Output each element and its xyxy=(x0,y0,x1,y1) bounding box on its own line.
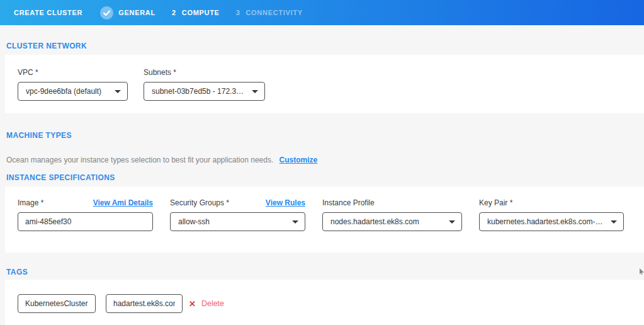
instance-profile-field: Instance Profile nodes.hadartest.ek8s.co… xyxy=(322,198,462,253)
tag-value-input[interactable] xyxy=(106,294,183,313)
step-label: CONNECTIVITY xyxy=(246,9,302,16)
step-label: GENERAL xyxy=(118,9,155,16)
check-icon xyxy=(100,6,113,20)
image-label: Image * xyxy=(18,198,43,208)
subnets-select[interactable]: subnet-03b7ed5b - 172.31.0.0/20 ... xyxy=(144,82,265,101)
vpc-select[interactable]: vpc-9dee6bfa (default) xyxy=(18,82,128,101)
chevron-down-icon xyxy=(611,220,617,224)
delete-tag-button[interactable]: ✕ Delete xyxy=(189,294,224,313)
security-groups-label: Security Groups * xyxy=(170,198,229,208)
key-pair-select[interactable]: kubernetes.hadartest.ek8s.com-39:84:a5:9… xyxy=(479,212,624,231)
customize-link[interactable]: Customize xyxy=(280,156,318,164)
image-input[interactable] xyxy=(18,212,153,231)
instance-profile-select-value: nodes.hadartest.ek8s.com xyxy=(330,217,444,226)
chevron-down-icon xyxy=(252,90,258,93)
x-icon: ✕ xyxy=(189,300,196,308)
wizard-header: CREATE CLUSTER GENERAL 2 COMPUTE 3 CONNE… xyxy=(0,0,644,25)
tab-general[interactable]: GENERAL xyxy=(100,6,155,20)
delete-label: Delete xyxy=(201,299,224,308)
instance-specifications-panel: Image * View Ami Details Security Groups… xyxy=(5,186,644,253)
chevron-down-icon xyxy=(292,220,298,224)
tags-panel: ✕ Delete xyxy=(5,280,644,325)
key-pair-select-value: kubernetes.hadartest.ek8s.com-39:84:a5:9… xyxy=(487,217,606,226)
tab-compute[interactable]: 2 COMPUTE xyxy=(172,9,220,16)
wizard-steps: GENERAL 2 COMPUTE 3 CONNECTIVITY xyxy=(100,6,303,20)
view-rules-link[interactable]: View Rules xyxy=(266,198,305,208)
security-groups-field: Security Groups * View Rules allow-ssh xyxy=(170,198,305,253)
vpc-label: VPC * xyxy=(18,68,38,77)
subnets-label: Subnets * xyxy=(144,68,176,77)
vpc-select-value: vpc-9dee6bfa (default) xyxy=(26,87,110,96)
vpc-field: VPC * vpc-9dee6bfa (default) xyxy=(18,68,128,113)
subnets-select-value: subnet-03b7ed5b - 172.31.0.0/20 ... xyxy=(152,87,247,96)
subnets-field: Subnets * subnet-03b7ed5b - 172.31.0.0/2… xyxy=(144,68,265,113)
security-groups-select[interactable]: allow-ssh xyxy=(170,212,305,231)
security-groups-select-value: allow-ssh xyxy=(178,217,287,226)
step-number: 2 xyxy=(172,9,176,16)
tab-connectivity[interactable]: 3 CONNECTIVITY xyxy=(236,9,303,16)
tag-key-input[interactable] xyxy=(18,294,96,313)
view-ami-details-link[interactable]: View Ami Details xyxy=(93,198,153,208)
cluster-network-heading: CLUSTER NETWORK xyxy=(6,42,644,50)
wizard-title: CREATE CLUSTER xyxy=(14,9,82,16)
tags-heading: TAGS xyxy=(6,268,644,277)
key-pair-field: Key Pair * kubernetes.hadartest.ek8s.com… xyxy=(479,198,624,253)
instance-specifications-heading: INSTANCE SPECIFICATIONS xyxy=(6,173,644,182)
instance-profile-select[interactable]: nodes.hadartest.ek8s.com xyxy=(322,212,462,231)
cluster-network-panel: VPC * vpc-9dee6bfa (default) Subnets * s… xyxy=(5,55,644,113)
step-number: 3 xyxy=(236,9,240,16)
chevron-down-icon xyxy=(449,220,455,224)
chevron-down-icon xyxy=(115,90,121,93)
machine-types-heading: MACHINE TYPES xyxy=(6,131,644,140)
step-label: COMPUTE xyxy=(182,9,220,16)
machine-types-description-row: Ocean manages your instance types select… xyxy=(6,156,644,164)
key-pair-label: Key Pair * xyxy=(479,198,512,208)
image-field: Image * View Ami Details xyxy=(18,198,153,253)
instance-profile-label: Instance Profile xyxy=(322,198,375,208)
machine-types-description: Ocean manages your instance types select… xyxy=(6,156,273,164)
